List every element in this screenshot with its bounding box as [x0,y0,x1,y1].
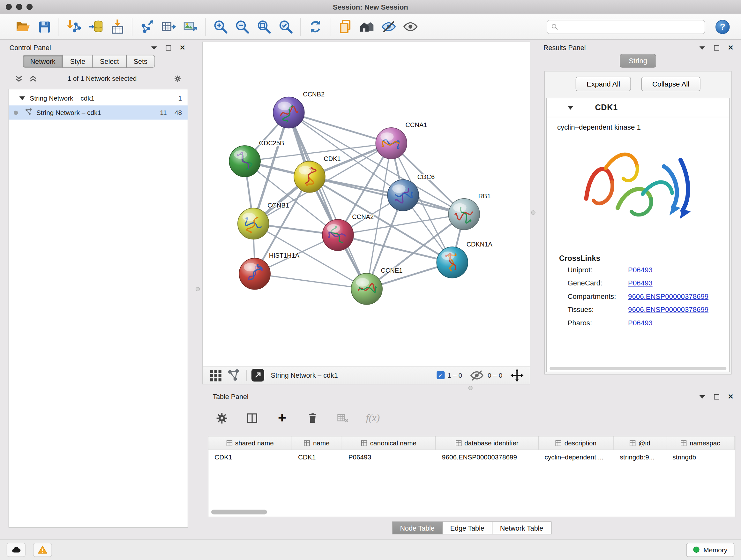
column-header[interactable]: canonical name [342,436,435,449]
network-type-icon[interactable] [226,368,240,381]
import-table-icon[interactable] [106,17,128,37]
tab-network[interactable]: Network [23,55,63,68]
tab-string[interactable]: String [620,54,656,68]
tab-node-table[interactable]: Node Table [392,521,443,534]
network-node-RB1[interactable]: RB1 [448,192,490,230]
column-header[interactable]: @id [614,436,667,449]
help-icon[interactable]: ? [716,19,730,34]
panel-close-icon[interactable]: × [727,44,735,52]
tab-select[interactable]: Select [92,55,126,68]
crosslink-value[interactable]: P06493 [628,319,653,327]
panel-maximize-icon[interactable] [164,44,172,52]
column-header[interactable]: name [292,436,342,449]
table-row[interactable]: CDK1 CDK1 P06493 9606.ENSP00000378699 cy… [208,450,735,464]
zoom-fit-icon[interactable] [253,17,274,37]
column-header[interactable]: database identifier [436,436,539,449]
collapse-section-icon[interactable] [568,106,574,110]
control-panel-header: Control Panel × [5,42,189,54]
cell-database-identifier[interactable]: 9606.ENSP00000378699 [436,453,539,461]
tab-network-table[interactable]: Network Table [492,521,551,534]
memory-button[interactable]: Memory [686,543,734,557]
function-builder-icon: f(x) [364,409,381,426]
pan-crosshair-icon[interactable] [510,368,524,381]
column-header[interactable]: description [539,436,614,449]
network-node-CCNB2[interactable]: CCNB2 [273,91,325,128]
zoom-out-icon[interactable] [231,17,253,37]
panel-close-icon[interactable]: × [727,393,735,401]
save-session-icon[interactable] [33,17,55,37]
warnings-button[interactable] [33,543,52,557]
splitter-handle[interactable] [468,386,473,390]
network-node-CDKN1A[interactable]: CDKN1A [436,241,492,278]
cell-name[interactable]: CDK1 [292,453,342,461]
network-collection-row[interactable]: String Network – cdk1 1 [9,91,188,105]
panel-close-icon[interactable]: × [179,44,186,52]
add-column-icon[interactable]: + [273,409,290,426]
panel-float-icon[interactable] [698,393,706,401]
refresh-icon[interactable] [305,17,326,37]
network-node-HIST1H1A[interactable]: HIST1H1A [239,252,299,289]
network-edges [245,112,464,289]
delete-column-icon[interactable] [304,409,321,426]
cell-namespace[interactable]: stringdb [666,453,735,461]
crosslink-value[interactable]: 9606.ENSP00000378699 [628,306,709,314]
network-node-CDC25B[interactable]: CDC25B [229,139,284,177]
collection-expander-icon[interactable] [19,97,25,100]
crosslink-value[interactable]: P06493 [628,279,653,287]
export-table-icon[interactable] [158,17,180,37]
collapse-all-networks-icon[interactable] [29,75,37,82]
panel-maximize-icon[interactable] [713,44,720,52]
horizontal-scrollbar[interactable] [549,367,726,370]
tab-sets[interactable]: Sets [126,55,155,68]
birdseye-grid-icon[interactable] [208,368,222,381]
hide-selection-icon[interactable] [378,17,399,37]
network-canvas[interactable]: CCNB2CCNA1CDC25BCDK1CDC6RB1CCNB1CCNA2CDK… [203,42,530,366]
hidden-elements-eye-icon[interactable] [470,368,484,381]
panel-float-icon[interactable] [698,44,706,52]
expand-all-networks-icon[interactable] [15,75,23,82]
import-network-file-icon[interactable] [63,17,84,37]
documents-icon[interactable] [334,17,356,37]
open-session-icon[interactable] [11,17,33,37]
column-header[interactable]: shared name [208,436,292,449]
network-row[interactable]: String Network – cdk1 11 48 [9,105,188,119]
expand-all-button[interactable]: Expand All [576,76,631,91]
cell-id[interactable]: stringdb:9... [614,453,666,461]
cell-shared-name[interactable]: CDK1 [208,453,292,461]
network-node-CCNB1[interactable]: CCNB1 [238,202,289,239]
horizontal-scrollbar[interactable] [211,509,267,514]
network-node-CCNA1[interactable]: CCNA1 [376,121,427,159]
panel-maximize-icon[interactable] [713,393,720,401]
import-network-database-icon[interactable] [84,17,106,37]
protein-description: cyclin–dependent kinase 1 [557,123,729,131]
crosslink-value[interactable]: P06493 [628,266,653,273]
panel-float-icon[interactable] [150,44,158,52]
protein-card-header[interactable]: CDK1 [547,98,729,117]
open-in-new-icon[interactable] [252,369,264,381]
table-settings-gear-icon[interactable] [213,409,230,426]
crosslink-label: Tissues: [568,306,628,314]
network-view: CCNB2CCNA1CDC25BCDK1CDC6RB1CCNB1CCNA2CDK… [202,42,530,384]
show-all-icon[interactable] [399,17,421,37]
cloud-button[interactable] [7,543,25,557]
column-header[interactable]: namespac [666,436,735,449]
tab-edge-table[interactable]: Edge Table [442,521,492,534]
home-icon[interactable] [356,17,378,37]
splitter-handle[interactable] [531,210,536,214]
network-node-CDK1[interactable]: CDK1 [294,155,341,192]
cell-description[interactable]: cyclin–dependent ... [538,453,614,461]
zoom-selected-icon[interactable] [274,17,296,37]
network-options-gear-icon[interactable] [174,75,182,82]
selected-nodes-checkbox-icon[interactable]: ✓ [436,371,445,379]
zoom-in-icon[interactable] [209,17,231,37]
protein-name: CDK1 [595,103,618,112]
splitter-handle[interactable] [196,287,200,291]
tab-style[interactable]: Style [63,55,93,68]
search-input[interactable] [561,22,701,31]
crosslink-value[interactable]: 9606.ENSP00000378699 [628,292,709,300]
collapse-all-button[interactable]: Collapse All [642,76,700,91]
export-network-icon[interactable] [136,17,158,37]
export-image-icon[interactable] [180,17,201,37]
cell-canonical-name[interactable]: P06493 [342,453,435,461]
show-columns-icon[interactable] [244,409,260,426]
